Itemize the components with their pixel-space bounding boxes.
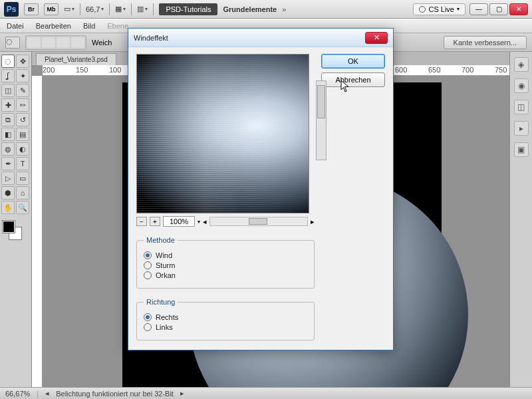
sel-new-icon[interactable] [27, 37, 41, 48]
photoshop-logo: Ps [4, 2, 19, 17]
tool-preset-icon[interactable]: ◌ [5, 37, 20, 49]
preview-zoom[interactable]: 100% [163, 216, 195, 227]
minibridge-badge[interactable]: Mb [44, 3, 59, 15]
cslive-button[interactable]: CS Live ▾ [413, 3, 466, 15]
radio-icon[interactable] [144, 251, 152, 259]
methode-option[interactable]: Wind [144, 251, 307, 259]
ruler-tick: 750 [495, 66, 507, 74]
menu-bearbeiten[interactable]: Bearbeiten [36, 22, 71, 30]
sel-add-icon[interactable] [42, 37, 55, 48]
scroll-right-icon[interactable]: ▸ [311, 217, 315, 226]
methode-label: Wind [156, 251, 172, 259]
menu-datei[interactable]: Datei [7, 22, 24, 30]
preview-vscrollbar[interactable] [316, 80, 327, 160]
menu-bild[interactable]: Bild [83, 22, 95, 30]
adjustments-panel-icon[interactable]: ◫ [514, 100, 529, 114]
sel-int-icon[interactable] [71, 37, 84, 48]
info-panel-icon[interactable]: ▣ [514, 142, 529, 157]
pen-tool[interactable]: ✒ [1, 157, 15, 170]
workspace-more-icon[interactable]: » [282, 5, 286, 13]
color-swatches[interactable] [1, 219, 30, 239]
workspace-active[interactable]: PSD-Tutorials [159, 3, 217, 15]
radio-icon[interactable] [144, 313, 152, 321]
radio-icon[interactable] [144, 261, 152, 269]
arrange-dropdown[interactable]: ▦ [115, 5, 126, 13]
eyedropper-tool[interactable]: ✎ [16, 84, 29, 97]
brush-tool[interactable]: ✏ [16, 98, 29, 112]
history-panel-icon[interactable]: ▸ [514, 121, 529, 136]
minimize-button[interactable]: — [469, 3, 488, 15]
ruler-tick: 200 [43, 66, 55, 74]
hand-tool[interactable]: ✋ [1, 201, 15, 214]
zoom-in-button[interactable]: + [150, 217, 160, 226]
methode-option[interactable]: Sturm [144, 261, 307, 269]
gradient-tool[interactable]: ▤ [16, 128, 29, 141]
maximize-button[interactable]: ▢ [489, 3, 508, 15]
ruler-tick: 150 [76, 66, 88, 74]
lasso-tool[interactable]: ʆ [1, 69, 15, 82]
heal-tool[interactable]: ✚ [1, 98, 15, 112]
bridge-badge[interactable]: Br [24, 3, 39, 15]
layers-panel-icon[interactable]: ◈ [514, 57, 529, 72]
radio-icon[interactable] [144, 271, 152, 279]
ruler-vertical[interactable] [32, 76, 43, 387]
scrollbar-thumb[interactable] [317, 85, 325, 118]
status-next-icon[interactable]: ▸ [180, 389, 184, 398]
refine-edge-button[interactable]: Kante verbessern... [444, 36, 527, 49]
radio-icon[interactable] [144, 323, 152, 331]
screen-mode-dropdown[interactable]: ▭ [64, 5, 74, 13]
crop-tool[interactable]: ◫ [1, 84, 15, 97]
scrollbar-thumb[interactable] [249, 218, 267, 225]
close-button[interactable]: ✕ [509, 3, 528, 15]
separator [131, 3, 132, 15]
3d-tool[interactable]: ⬢ [1, 186, 15, 200]
fg-swatch[interactable] [3, 221, 15, 233]
wind-streaks [137, 55, 309, 213]
dialog-close-button[interactable]: ✕ [365, 32, 388, 44]
cslive-label: CS Live [428, 5, 454, 13]
richtung-group: Richtung RechtsLinks [136, 298, 315, 340]
methode-label: Sturm [156, 261, 175, 269]
richtung-label: Links [156, 323, 173, 331]
zoom-tool[interactable]: 🔍 [16, 201, 29, 214]
eraser-tool[interactable]: ◧ [1, 128, 15, 141]
sel-sub-icon[interactable] [57, 37, 70, 48]
marquee-tool[interactable]: ◌ [1, 55, 15, 68]
preview-hscrollbar[interactable] [209, 217, 308, 226]
dodge-tool[interactable]: ◐ [16, 142, 29, 156]
status-prev-icon[interactable]: ◂ [45, 389, 49, 398]
document-tab[interactable]: Planet_Variante3.psd [36, 53, 116, 65]
extras-dropdown[interactable]: ▥ [137, 5, 148, 13]
status-bar: 66,67% | ◂ Belichtung funktioniert nur b… [0, 387, 532, 399]
type-tool[interactable]: T [16, 157, 29, 170]
workspace-inactive[interactable]: Grundelemente [223, 5, 277, 13]
scroll-left-icon[interactable]: ◂ [203, 217, 207, 226]
move-tool[interactable]: ✥ [16, 55, 29, 68]
richtung-option[interactable]: Links [144, 323, 307, 331]
zoom-dropdown[interactable]: 66,7 [86, 5, 104, 13]
menu-ebene[interactable]: Ebene [107, 22, 128, 30]
separator: | [37, 390, 39, 398]
shape-tool[interactable]: ▭ [16, 172, 29, 185]
richtung-option[interactable]: Rechts [144, 313, 307, 321]
chevron-down-icon: ▾ [457, 6, 460, 12]
status-zoom[interactable]: 66,67% [5, 390, 30, 398]
wand-tool[interactable]: ✦ [16, 69, 29, 82]
path-select-tool[interactable]: ▷ [1, 172, 15, 185]
stamp-tool[interactable]: ⧉ [1, 113, 15, 126]
zoom-out-button[interactable]: − [136, 217, 147, 226]
color-panel-icon[interactable]: ◉ [514, 78, 529, 93]
chevron-down-icon[interactable]: ▾ [198, 219, 200, 225]
separator [109, 3, 110, 15]
methode-option[interactable]: Orkan [144, 271, 307, 279]
3d-camera-tool[interactable]: ⌂ [16, 186, 29, 200]
blur-tool[interactable]: ◍ [1, 142, 15, 156]
filter-preview[interactable] [136, 54, 309, 213]
dialog-titlebar[interactable]: Windeffekt ✕ [128, 29, 393, 47]
selection-mode-group [25, 35, 86, 50]
feather-label: Weich [92, 39, 112, 47]
ok-button[interactable]: OK [321, 54, 385, 68]
cancel-button[interactable]: Abbrechen [321, 72, 385, 87]
app-topbar: Ps Br Mb ▭ 66,7 ▦ ▥ PSD-Tutorials Grunde… [0, 0, 532, 19]
history-brush-tool[interactable]: ↺ [16, 113, 29, 126]
